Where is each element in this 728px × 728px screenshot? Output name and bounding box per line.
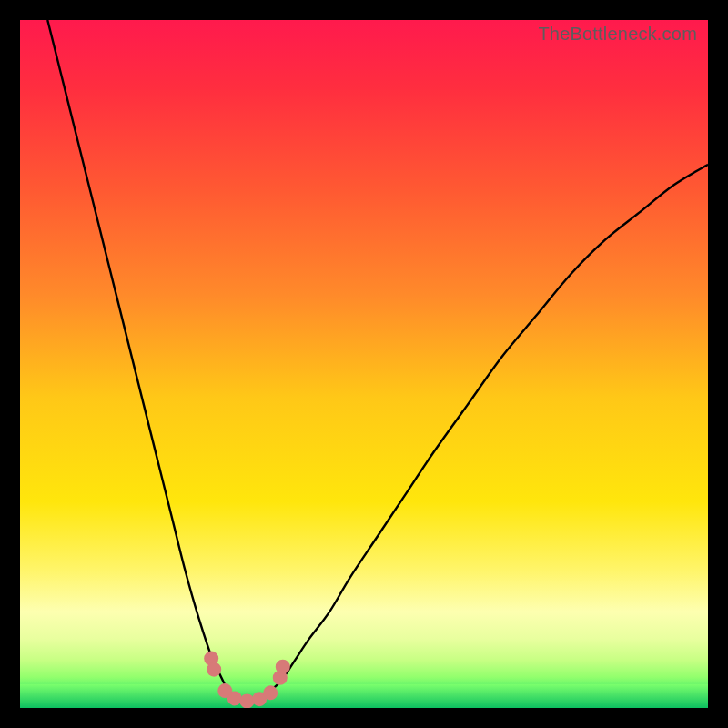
marker-point	[263, 685, 278, 700]
marker-point	[228, 691, 242, 705]
green-band	[20, 684, 708, 708]
marker-point	[276, 660, 290, 674]
watermark-text: TheBottleneck.com	[538, 24, 697, 45]
marker-point	[239, 693, 254, 708]
chart-frame: TheBottleneck.com	[20, 20, 708, 708]
marker-point	[207, 662, 221, 677]
background-gradient	[20, 20, 708, 708]
chart-svg	[20, 20, 708, 708]
